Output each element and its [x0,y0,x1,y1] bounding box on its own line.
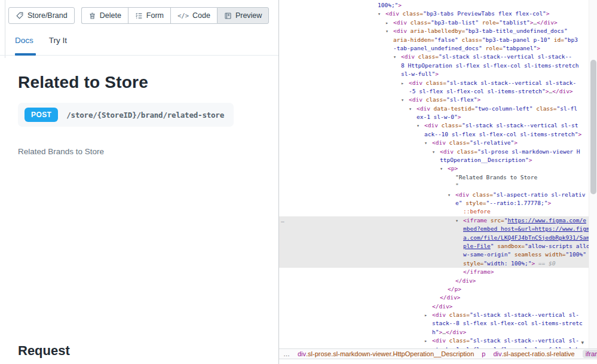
devtools-node-line[interactable]: "Related Brands to Store [279,173,589,182]
devtools-node-line[interactable]: ▸<div class="sl-stack sl-stack--vertical… [279,79,589,87]
operation-title: Related to Store [18,73,148,92]
screen: Store/Brand Delete [0,0,597,364]
breadcrumb-item[interactable]: … [283,350,290,357]
expand-arrow-icon[interactable]: ▸ [424,311,432,319]
expand-arrow-icon[interactable]: ▸ [424,337,432,345]
devtools-node-line[interactable]: ttpOperation__Description"> [279,156,589,164]
devtools-node-line[interactable]: 8 HttpOperation sl-flex sl-flex-col sl-i… [279,62,589,70]
devtools-node-line[interactable]: ack--10 sl-flex sl-flex-col sl-items-str… [279,130,589,139]
devtools-node-line[interactable]: -tab-panel_undefined_docs" role="tabpane… [279,44,589,53]
devtools-node-line[interactable]: e" style="--ratio:1.77778;"> [279,199,589,207]
token-n: class= [446,337,470,344]
devtools-node-line[interactable]: sl-w-full"> [279,70,589,78]
scrollbar-thumb[interactable] [590,60,596,194]
endpoint-path: /store/{StoreID}/brand/related-store [66,111,224,120]
devtools-node-line[interactable]: h">…</div> [279,328,589,337]
devtools-node-line[interactable]: </p> [279,285,589,293]
devtools-node-line[interactable]: style="width: 100%;"> == $0 [279,259,589,268]
expand-arrow-icon[interactable]: ▸ [385,19,393,27]
token-v: "sl-stack sl-stack--vertical sl- [470,337,579,344]
active-tab-indicator [15,53,36,56]
expand-arrow-icon[interactable]: ▾ [417,121,424,130]
devtools-node-line[interactable]: </iframe> [279,268,589,276]
devtools-node-line[interactable]: a.com/file/LKQ4FJ4bTnCSjedbRpk931/Sam [279,234,589,242]
devtools-node-line[interactable]: -5 sl-flex sl-flex-col sl-items-stretch"… [279,87,589,96]
devtools-node-line[interactable]: ▾<div class="sl-stack sl-stack--vertical… [279,121,589,130]
token-n: style= [463,260,483,267]
devtools-node-line[interactable]: ▾<div class="sl-stack sl-stack--vertical… [279,53,589,61]
tabbar-divider [0,55,278,56]
token-v: sl-w-full" [401,71,435,77]
token-v: h" [432,329,439,335]
devtools-node-line[interactable]: ▾<div aria-labelledby="bp3-tab-title_und… [279,27,589,35]
devtools-node-line[interactable]: ple-File" sandbox="allow-scripts allo [279,242,589,250]
expand-arrow-icon[interactable]: ▾ [409,105,417,113]
token-n: class= [399,10,423,17]
expand-arrow-icon[interactable]: ▾ [448,191,455,199]
expand-arrow-icon[interactable]: ▸ [401,79,409,87]
tag-icon [16,11,24,20]
devtools-node-line[interactable]: ▾<div class="sl-flex"> [279,96,589,104]
devtools-node-line[interactable]: ▾<div data-testid="two-column-left" clas… [279,105,589,113]
store-brand-button[interactable]: Store/Brand [8,7,75,24]
delete-button[interactable]: Delete [81,7,128,24]
devtools-node-line[interactable]: mbed?embed_host=&url=https://www.figm [279,225,589,233]
devtools-node-line[interactable]: </div> [279,293,589,302]
token-n: class= [446,139,470,146]
expand-arrow-icon[interactable]: ▾ [440,164,448,173]
devtools-node-line[interactable]: ▸<div class="sl-stack sl-stack--vertical… [279,337,589,345]
form-view-button[interactable]: Form [128,7,170,24]
node-options-dots[interactable]: … [281,216,285,225]
devtools-node-line[interactable]: ▾<div class="sl-aspect-ratio sl-relativ [279,191,589,199]
devtools-node-line[interactable]: aria-hidden="false" class="bp3-tab-panel… [279,36,589,44]
expand-arrow-icon[interactable]: ▾ [393,53,401,61]
crumb-token-c: .sl-aspect-ratio.sl-relative [501,350,574,357]
code-view-button[interactable]: </> Code [170,7,217,24]
expand-arrow-icon[interactable]: ▾ [455,216,463,225]
devtools-node-line[interactable]: stack--8 sl-flex sl-flex-col sl-items-st… [279,319,589,328]
devtools-node-line[interactable]: ▾<div class="sl-prose sl-markdown-viewer… [279,148,589,156]
token-v: "sl-stack sl-stack--vertical sl- [470,311,579,318]
devtools-node-line[interactable]: ▾<div class="bp3-tabs PreviewTabs flex f… [279,10,589,18]
breadcrumb-item[interactable]: div.sl-aspect-ratio.sl-relative [493,350,574,357]
token-n: class= [407,19,431,26]
devtools-scrollbar[interactable] [589,0,597,348]
devtools-node-line[interactable]: ::before [279,207,589,216]
token-t: > [578,131,581,137]
token-v: "two-column-left" [474,105,532,112]
breadcrumb-item[interactable]: p [482,350,485,357]
devtools-node-line[interactable]: </div> [279,277,589,285]
token-m: == $0 [535,260,555,267]
expand-arrow-icon[interactable]: ▾ [385,27,393,35]
tab-docs[interactable]: Docs [15,36,33,52]
devtools-node-line[interactable]: ▸<div class="sl-stack sl-stack--vertical… [279,311,589,319]
devtools-node-line[interactable]: </div> [279,302,589,311]
expand-arrow-icon[interactable]: ▾ [378,10,385,18]
expand-arrow-icon[interactable]: ▾ [401,96,409,104]
token-t: <div [393,19,407,26]
devtools-node-line[interactable]: …▾<iframe src="https://www.figma.com/e [279,216,589,225]
expand-arrow-icon[interactable]: ▾ [432,148,440,156]
devtools-node-line[interactable]: ▾<div class="sl-relative"> [279,139,589,147]
token-v: -tab-panel_undefined_docs" [393,45,482,51]
scroll-down-icon[interactable]: ▾ [581,339,584,345]
expand-arrow-icon[interactable]: ▾ [424,139,432,147]
form-list-icon [135,12,143,20]
token-t: > [435,71,439,77]
devtools-node-line[interactable]: ▾<p> [279,164,589,173]
devtools-node-line[interactable]: w-same-origin" seamless width="100%" [279,250,589,259]
preview-view-button[interactable]: Preview [217,7,269,24]
token-v: "--ratio:1.77778;" [486,200,548,206]
breadcrumb-item[interactable]: div.sl-prose.sl-markdown-viewer.HttpOper… [298,350,474,357]
devtools-node-line[interactable]: ▸<div class="bp3-tab-list" role="tablist… [279,19,589,27]
token-n: class= [438,122,462,129]
devtools-node-line[interactable]: " [279,182,589,190]
tab-try-it[interactable]: Try It [49,36,67,52]
token-n: id= [550,36,564,43]
token-t: <div [409,96,423,103]
devtools-node-line[interactable]: ex-1 sl-w-0"> [279,113,589,121]
devtools-node-line[interactable]: 100%;"> [279,1,589,10]
endpoint-bar: POST /store/{StoreID}/brand/related-stor… [18,103,234,127]
breadcrumb-item[interactable]: iframe [583,350,597,358]
token-v: "sl-prose sl-markdown-viewer H [477,148,580,155]
